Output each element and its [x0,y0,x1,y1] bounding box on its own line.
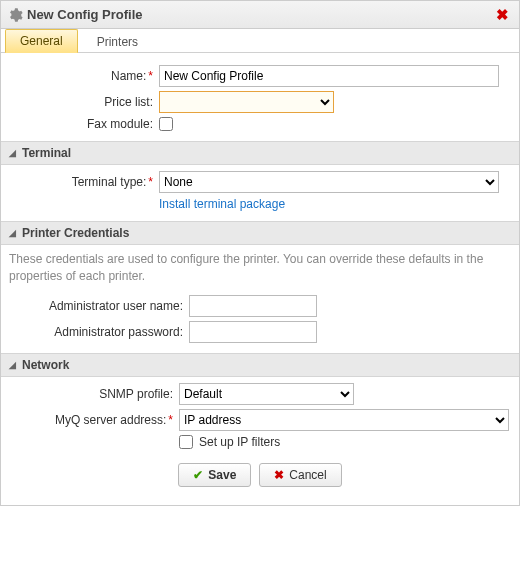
credentials-note: These credentials are used to configure … [9,251,511,285]
terminal-type-label: Terminal type:* [9,175,159,189]
save-button-label: Save [208,468,236,482]
tabbar: General Printers [1,29,519,53]
admin-user-input[interactable] [189,295,317,317]
server-addr-label: MyQ server address:* [9,413,179,427]
fax-checkbox[interactable] [159,117,173,131]
close-icon[interactable]: ✖ [492,6,513,24]
admin-pass-label: Administrator password: [9,325,189,339]
name-input[interactable] [159,65,499,87]
save-button[interactable]: ✔ Save [178,463,251,487]
gear-icon [7,7,23,23]
config-profile-dialog: New Config Profile ✖ General Printers Na… [0,0,520,506]
snmp-label: SNMP profile: [9,387,179,401]
section-terminal: ◢ Terminal [1,141,519,165]
cancel-button-label: Cancel [289,468,326,482]
pricelist-select[interactable] [159,91,334,113]
admin-user-label: Administrator user name: [9,299,189,313]
snmp-select[interactable]: Default [179,383,354,405]
terminal-type-select[interactable]: None [159,171,499,193]
server-addr-select[interactable]: IP address [179,409,509,431]
collapse-icon[interactable]: ◢ [9,360,16,370]
check-icon: ✔ [193,468,203,482]
ipfilter-label: Set up IP filters [199,435,280,449]
pricelist-label: Price list: [9,95,159,109]
tab-printers[interactable]: Printers [82,30,153,53]
tab-general[interactable]: General [5,29,78,53]
section-printer-credentials: ◢ Printer Credentials [1,221,519,245]
collapse-icon[interactable]: ◢ [9,148,16,158]
section-network: ◢ Network [1,353,519,377]
x-icon: ✖ [274,468,284,482]
collapse-icon[interactable]: ◢ [9,228,16,238]
titlebar: New Config Profile ✖ [1,1,519,29]
fax-label: Fax module: [9,117,159,131]
name-label: Name:* [9,69,159,83]
cancel-button[interactable]: ✖ Cancel [259,463,341,487]
dialog-title: New Config Profile [27,7,143,22]
button-bar: ✔ Save ✖ Cancel [9,453,511,493]
ipfilter-checkbox[interactable] [179,435,193,449]
install-terminal-link[interactable]: Install terminal package [159,197,285,211]
admin-pass-input[interactable] [189,321,317,343]
